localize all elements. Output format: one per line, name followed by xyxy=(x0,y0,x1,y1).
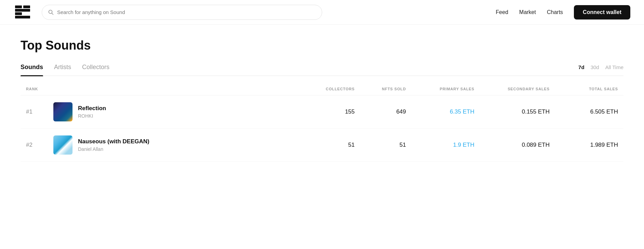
page-title: Top Sounds xyxy=(21,38,623,53)
col-nfts-sold: NFTS SOLD xyxy=(355,87,406,91)
track-cell-1: Reflection ROHKI xyxy=(53,102,303,121)
col-total-sales: TOTAL SALES xyxy=(550,87,618,91)
nfts-sold-2: 51 xyxy=(355,142,406,148)
track-cell-2: Nauseous (with DEEGAN) Daniel Allan xyxy=(53,135,303,155)
col-track xyxy=(53,87,303,91)
nav-feed[interactable]: Feed xyxy=(496,9,508,15)
header-nav: Feed Market Charts Connect wallet xyxy=(496,5,630,19)
time-filters: 7d 30d All Time xyxy=(578,64,623,75)
svg-rect-3 xyxy=(15,12,22,15)
tab-sounds[interactable]: Sounds xyxy=(21,64,43,76)
track-name-1: Reflection xyxy=(78,105,106,112)
header: Feed Market Charts Connect wallet xyxy=(0,0,644,25)
secondary-sales-1: 0.155 ETH xyxy=(474,108,550,115)
table-row[interactable]: #1 Reflection ROHKI 155 649 6.35 ETH 0.1… xyxy=(21,95,623,129)
total-sales-1: 6.505 ETH xyxy=(550,108,618,115)
collectors-2: 51 xyxy=(303,142,355,148)
track-artist-1: ROHKI xyxy=(78,113,106,119)
primary-sales-2: 1.9 ETH xyxy=(406,142,474,148)
search-bar xyxy=(42,5,322,20)
svg-line-7 xyxy=(52,13,53,14)
time-filter-30d[interactable]: 30d xyxy=(591,64,599,70)
svg-rect-2 xyxy=(23,5,30,8)
main-content: Top Sounds Sounds Artists Collectors 7d … xyxy=(0,25,644,175)
collectors-1: 155 xyxy=(303,108,355,115)
nav-market[interactable]: Market xyxy=(519,9,536,15)
track-info-1: Reflection ROHKI xyxy=(78,105,106,119)
svg-rect-1 xyxy=(15,9,30,12)
track-thumbnail-1 xyxy=(53,102,73,121)
search-input[interactable] xyxy=(57,9,316,15)
tab-collectors[interactable]: Collectors xyxy=(82,64,109,76)
tabs-row: Sounds Artists Collectors 7d 30d All Tim… xyxy=(21,64,623,76)
tabs-left: Sounds Artists Collectors xyxy=(21,64,109,76)
svg-rect-5 xyxy=(23,16,30,18)
time-filter-7d[interactable]: 7d xyxy=(578,64,584,70)
tab-artists[interactable]: Artists xyxy=(54,64,71,76)
table-container: RANK COLLECTORS NFTS SOLD PRIMARY SALES … xyxy=(21,87,623,162)
col-collectors: COLLECTORS xyxy=(303,87,355,91)
search-icon xyxy=(48,10,54,15)
primary-sales-1: 6.35 ETH xyxy=(406,108,474,115)
track-info-2: Nauseous (with DEEGAN) Daniel Allan xyxy=(78,138,149,152)
rank-1: #1 xyxy=(26,108,53,115)
col-secondary-sales: SECONDARY SALES xyxy=(474,87,550,91)
svg-rect-0 xyxy=(15,5,22,8)
logo[interactable] xyxy=(14,4,31,21)
col-primary-sales: PRIMARY SALES xyxy=(406,87,474,91)
rank-2: #2 xyxy=(26,142,53,148)
table-header: RANK COLLECTORS NFTS SOLD PRIMARY SALES … xyxy=(21,87,623,95)
total-sales-2: 1.989 ETH xyxy=(550,142,618,148)
track-name-2: Nauseous (with DEEGAN) xyxy=(78,138,149,145)
time-filter-all-time[interactable]: All Time xyxy=(605,64,623,70)
table-row[interactable]: #2 Nauseous (with DEEGAN) Daniel Allan 5… xyxy=(21,129,623,162)
nfts-sold-1: 649 xyxy=(355,108,406,115)
col-rank: RANK xyxy=(26,87,53,91)
secondary-sales-2: 0.089 ETH xyxy=(474,142,550,148)
track-artist-2: Daniel Allan xyxy=(78,146,149,152)
connect-wallet-button[interactable]: Connect wallet xyxy=(574,5,630,19)
nav-charts[interactable]: Charts xyxy=(547,9,563,15)
track-thumbnail-2 xyxy=(53,135,73,155)
